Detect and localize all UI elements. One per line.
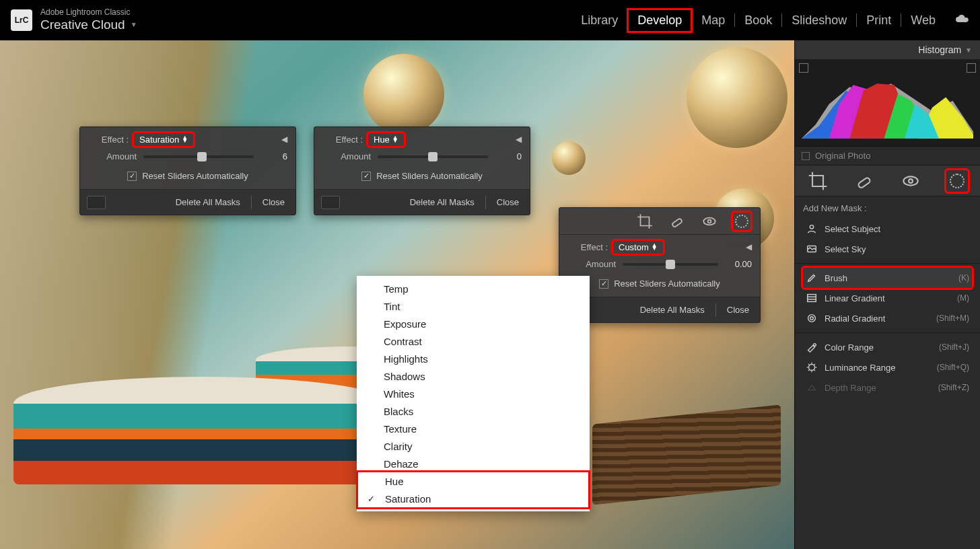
histogram-panel[interactable] [795,59,980,147]
dropdown-item-label: Hue [385,476,404,487]
effect-label: Effect : [567,242,608,252]
subject-icon [806,223,818,235]
dropdown-item-label: Dehaze [384,458,419,470]
mask-luminance-range[interactable]: Luminance Range (Shift+Q) [803,357,972,377]
mask-select-subject[interactable]: Select Subject [803,219,972,239]
mask-item-label: Select Sky [825,244,866,254]
effect-label: Effect : [322,135,363,145]
amount-slider[interactable] [378,155,488,158]
svg-point-9 [809,365,815,371]
mask-color-range[interactable]: Color Range (Shift+J) [803,337,972,357]
separator [795,263,980,264]
original-photo-row[interactable]: Original Photo [795,147,980,166]
healing-tool-icon[interactable] [853,170,875,192]
effect-select-value: Hue [374,135,390,145]
reset-checkbox[interactable]: ✓ [599,279,608,289]
dropdown-item-tint[interactable]: Tint [357,297,590,315]
effect-select-hue[interactable]: Hue ▲▼ [368,133,404,146]
collapse-icon[interactable]: ◀ [281,135,287,144]
amount-slider[interactable] [623,263,718,266]
mask-item-label: Select Subject [825,224,880,234]
close-button[interactable]: Close [716,305,760,315]
app-title-line2[interactable]: Creative Cloud ▼ [40,17,137,32]
nav-library[interactable]: Library [571,9,627,32]
slider-knob[interactable] [666,260,675,269]
close-button[interactable]: Close [252,197,295,207]
effect-panel-hue: Effect : Hue ▲▼ ◀ Amount 0 ✓ Reset Slide… [314,126,530,215]
dropdown-item-clarity[interactable]: Clarity [357,437,590,455]
mask-radial-gradient[interactable]: Radial Gradient (Shift+M) [803,308,972,328]
bg-orb [552,141,586,175]
amount-slider[interactable] [143,155,254,158]
mask-select-sky[interactable]: Select Sky [803,239,972,259]
mini-tool-strip [559,208,760,235]
dropdown-item-temp[interactable]: Temp [357,280,590,297]
bg-orb [687,47,788,148]
crop-tool-icon[interactable] [807,170,829,192]
dropdown-item-texture[interactable]: Texture [357,420,590,437]
dropdown-item-label: Saturation [385,493,431,505]
redeye-tool-icon[interactable] [701,213,718,230]
dropdown-item-highlights[interactable]: Highlights [357,350,590,367]
slider-knob[interactable] [428,152,438,161]
effect-select-saturation[interactable]: Saturation ▲▼ [134,133,193,146]
nav-slideshow[interactable]: Slideshow [782,9,856,32]
amount-value[interactable]: 0.00 [725,259,752,269]
reset-checkbox[interactable]: ✓ [361,172,371,181]
healing-tool-icon[interactable] [668,213,686,230]
delete-all-masks-button[interactable]: Delete All Masks [165,197,251,207]
reset-checkbox[interactable]: ✓ [127,172,137,181]
dropdown-item-contrast[interactable]: Contrast [357,332,590,350]
mask-linear-gradient[interactable]: Linear Gradient (M) [803,288,972,308]
delete-all-masks-button[interactable]: Delete All Masks [629,305,715,315]
nav-print[interactable]: Print [857,9,901,32]
masking-tool-icon[interactable] [733,213,750,230]
mask-item-kbd: (Shift+Q) [937,363,969,372]
svg-point-7 [810,317,814,320]
masking-tool-icon[interactable] [946,170,968,192]
dropdown-item-label: Shadows [384,371,425,382]
collapse-icon[interactable]: ◀ [516,135,522,144]
nav-map[interactable]: Map [692,9,734,32]
checkbox-icon[interactable] [802,152,810,160]
dropdown-item-label: Tint [384,301,400,312]
updown-icon: ▲▼ [392,136,398,143]
amount-value[interactable]: 6 [260,151,287,161]
nav-web[interactable]: Web [901,9,945,32]
dropdown-item-shadows[interactable]: Shadows [357,367,590,385]
app-title: Adobe Lightroom Classic Creative Cloud ▼ [40,8,137,32]
mask-item-label: Color Range [825,342,874,353]
histogram-label: Histogram [918,44,961,55]
clip-indicator-shadows[interactable] [799,63,808,73]
close-button[interactable]: Close [486,197,530,207]
cloud-sync-icon[interactable] [954,13,969,27]
nav-book[interactable]: Book [735,9,781,32]
mask-item-kbd: (K) [958,273,969,283]
dropdown-item-dehaze[interactable]: Dehaze [357,455,590,472]
depth-range-icon [806,381,818,394]
updown-icon: ▲▼ [182,136,188,143]
crop-tool-icon[interactable] [636,213,654,230]
mask-brush[interactable]: Brush (K) [803,268,972,288]
clip-indicator-highlights[interactable] [967,63,976,73]
dropdown-item-blacks[interactable]: Blacks [357,402,590,420]
panel-toggle[interactable] [87,196,106,209]
redeye-tool-icon[interactable] [900,170,921,192]
delete-all-masks-button[interactable]: Delete All Masks [399,197,485,207]
dropdown-item-whites[interactable]: Whites [357,385,590,402]
module-nav: Library Develop Map Book Slideshow Print… [571,9,969,32]
amount-value[interactable]: 0 [495,151,522,161]
effect-select-custom[interactable]: Custom ▲▼ [613,241,663,254]
effect-panel-saturation: Effect : Saturation ▲▼ ◀ Amount 6 ✓ Rese… [79,126,296,215]
collapse-icon[interactable]: ◀ [746,242,752,252]
panel-toggle[interactable] [321,196,340,209]
dropdown-item-saturation[interactable]: ✓ Saturation [358,490,588,507]
dropdown-item-hue[interactable]: Hue [358,472,588,490]
slider-knob[interactable] [197,152,207,161]
mask-depth-range[interactable]: Depth Range (Shift+Z) [803,377,972,398]
nav-develop[interactable]: Develop [628,9,691,32]
histogram-header[interactable]: Histogram ▼ [795,40,980,59]
dropdown-item-exposure[interactable]: Exposure [357,315,590,332]
radial-gradient-icon [806,312,818,324]
mask-item-kbd: (Shift+J) [939,342,969,352]
